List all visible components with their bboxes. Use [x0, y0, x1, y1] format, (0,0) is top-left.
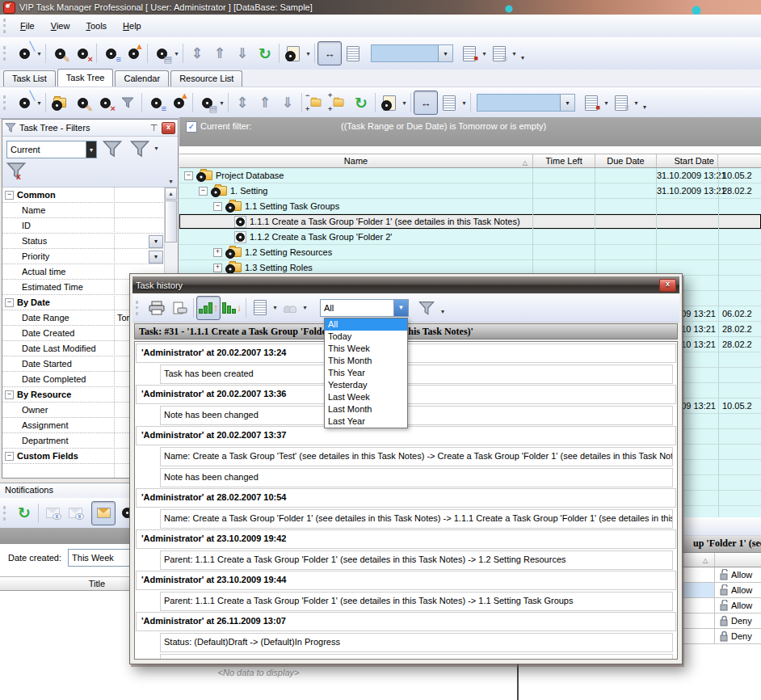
collapse-icon[interactable] [199, 187, 208, 196]
move-up-down-button[interactable]: ⇕ [231, 91, 254, 114]
save-view-dropdown[interactable] [603, 99, 610, 107]
filter-group[interactable]: Common [2, 188, 165, 203]
dropdown-item[interactable]: This Year [325, 367, 407, 379]
sort-descending-button[interactable]: ↓ [221, 297, 243, 319]
duplicate-task-dropdown[interactable] [401, 99, 408, 107]
print-button[interactable] [145, 297, 168, 319]
mark-read-button[interactable] [41, 502, 64, 525]
column-start-date[interactable]: Start Date [657, 154, 718, 167]
table-row[interactable]: 1.1.2 Create a Task Group 'Folder 2' [179, 230, 761, 245]
mark-unread-button[interactable] [64, 502, 86, 525]
gantt-chart-dropdown[interactable] [173, 50, 180, 57]
dropdown-item[interactable]: Yesterday [325, 379, 407, 391]
filter-field[interactable]: Name [2, 203, 165, 218]
duplicate-task-dropdown[interactable] [305, 50, 312, 57]
report-dropdown[interactable] [271, 304, 279, 311]
save-filter-button[interactable] [130, 139, 149, 160]
gantt-chart-dropdown[interactable] [218, 99, 225, 107]
dropdown-item[interactable]: Last Month [325, 403, 407, 415]
period-combobox[interactable]: All▼ [320, 299, 409, 317]
move-up-down-button[interactable]: ⇕ [186, 42, 208, 65]
dropdown-item[interactable]: All [325, 318, 407, 331]
report-button[interactable] [249, 297, 271, 319]
task-priority-button[interactable]: ▲ [167, 91, 190, 114]
filter-field[interactable]: Status [2, 234, 165, 249]
tab-calendar[interactable]: Calendar [115, 70, 169, 86]
expand-icon[interactable] [213, 248, 222, 257]
view-combobox[interactable]: ▾ [477, 94, 575, 112]
grid-view-dropdown[interactable] [460, 99, 468, 107]
tab-task-tree[interactable]: Task Tree [57, 69, 114, 86]
save-view-button[interactable]: ■ [458, 42, 481, 65]
task-priority-button[interactable]: ▲ [122, 42, 145, 65]
refresh-button[interactable]: ↻ [350, 91, 372, 114]
dialog-toolbar-overflow[interactable] [441, 308, 444, 315]
save-filter-dropdown[interactable] [153, 145, 160, 152]
filter-tasks-button[interactable] [116, 91, 139, 114]
grid-view-button[interactable] [342, 42, 364, 65]
collapse-icon[interactable] [184, 171, 193, 180]
gantt-chart-button[interactable]: ▤ [196, 91, 218, 114]
show-new-notifications-button[interactable] [91, 501, 116, 525]
menu-view[interactable]: View [44, 19, 78, 33]
duplicate-task-button[interactable] [378, 91, 401, 114]
filter-field[interactable]: Priority [2, 249, 165, 264]
delete-task-button[interactable]: × [71, 42, 94, 65]
sort-ascending-button[interactable]: ↑ [196, 296, 221, 320]
gantt-chart-button[interactable]: ▤ [150, 42, 173, 65]
collapse-icon[interactable] [213, 202, 222, 211]
tab-resource-list[interactable]: Resource List [170, 70, 242, 86]
resources-button[interactable] [279, 297, 301, 319]
dropdown-item[interactable]: This Week [325, 343, 407, 355]
move-up-button[interactable]: ⇑ [208, 42, 231, 65]
delete-task-button[interactable]: × [94, 91, 116, 114]
fit-columns-button[interactable]: ↔ [414, 91, 438, 115]
column-view[interactable]: View [716, 553, 761, 566]
apply-filter-button[interactable] [103, 139, 122, 160]
save-view-dropdown[interactable] [481, 50, 488, 57]
dialog-titlebar[interactable]: Task history x [132, 276, 679, 293]
toolbar-overflow[interactable] [521, 54, 524, 61]
current-filter-checkbox[interactable] [186, 121, 197, 133]
clear-filter-button[interactable]: x [6, 161, 26, 182]
edit-task-button[interactable]: ✎ [71, 91, 94, 114]
task-notes-button[interactable]: ≡ [145, 91, 167, 114]
fit-columns-button[interactable]: ↔ [317, 41, 342, 65]
move-down-button[interactable]: ⇓ [231, 42, 254, 65]
delete-view-button[interactable]: ✕ [610, 91, 633, 114]
refresh-notifications-button[interactable]: ↻ [13, 502, 36, 525]
column-finish[interactable]: Finish [719, 154, 761, 167]
table-row[interactable]: 1.2 Setting Resources [179, 245, 761, 260]
column-name[interactable]: Name [179, 154, 533, 167]
expand-all-button[interactable]: ++ [327, 91, 350, 114]
table-row[interactable]: Project Database 31.10.2009 13:21 10.05.… [179, 168, 761, 183]
priority-dropdown-button[interactable] [149, 251, 163, 264]
tab-task-list[interactable]: Task List [3, 70, 56, 86]
menu-tools[interactable]: Tools [78, 19, 114, 33]
scroll-thumb[interactable] [165, 200, 177, 242]
move-up-button[interactable]: ⇑ [254, 91, 276, 114]
move-down-button[interactable]: ⇓ [276, 91, 299, 114]
close-panel-button[interactable]: x [162, 122, 175, 134]
expand-branch-button[interactable]: −+ [305, 91, 327, 114]
table-row[interactable]: 1.1 Setting Task Groups [179, 199, 761, 214]
delete-view-button[interactable]: ✕ [488, 42, 511, 65]
new-task-group-button[interactable] [48, 91, 71, 114]
duplicate-task-button[interactable] [282, 42, 305, 65]
filters-toolbar-overflow[interactable] [167, 178, 174, 185]
dropdown-item[interactable]: Today [325, 331, 407, 343]
scroll-up-button[interactable]: ▲ [165, 188, 177, 200]
column-time-left[interactable]: Time Left [533, 154, 595, 167]
refresh-button[interactable]: ↻ [254, 42, 276, 65]
table-row-selected[interactable]: 1.1.1 Create a Task Group 'Folder 1' (se… [179, 214, 761, 230]
resources-dropdown[interactable] [301, 304, 309, 311]
dropdown-item[interactable]: This Month [325, 355, 407, 367]
new-task-button[interactable]: ╲ [13, 91, 36, 114]
expand-icon[interactable] [213, 264, 222, 272]
new-task-button[interactable]: ╲ [13, 42, 36, 65]
dropdown-item[interactable]: Last Year [325, 415, 407, 428]
new-task-dropdown[interactable] [36, 99, 43, 107]
menu-help[interactable]: Help [116, 19, 149, 33]
new-task-dropdown[interactable] [36, 50, 43, 57]
print-preview-button[interactable] [168, 297, 191, 319]
